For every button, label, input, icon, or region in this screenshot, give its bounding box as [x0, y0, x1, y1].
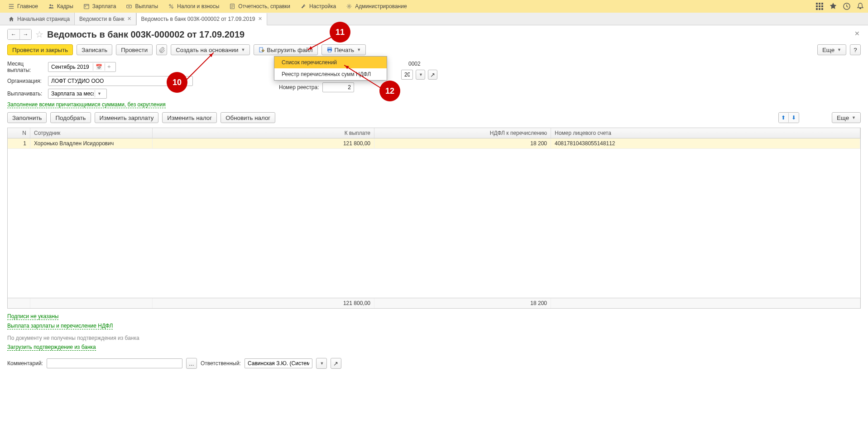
move-down-button[interactable]: ⬇	[789, 113, 799, 123]
svg-rect-12	[821, 3, 823, 5]
registry-input[interactable]	[326, 84, 351, 91]
help-button[interactable]: ?	[850, 44, 861, 55]
cell-account: 40817810438055148112	[551, 138, 860, 148]
annotation-12: 12	[379, 81, 400, 101]
responsible-input[interactable]	[248, 360, 309, 367]
svg-rect-13	[816, 5, 818, 7]
pick-button[interactable]: Подобрать	[50, 112, 91, 123]
percent-icon	[168, 3, 174, 10]
menu-label: Главное	[17, 3, 38, 10]
table-more-button[interactable]: Еще▼	[832, 112, 861, 123]
print-menu-registry[interactable]: Реестр перечисленных сумм НДФЛ	[274, 68, 387, 80]
cell-payout: 121 800,00	[153, 138, 374, 148]
comment-input[interactable]	[50, 360, 179, 367]
menu-label: Выплаты	[135, 3, 158, 10]
svg-rect-18	[821, 8, 823, 10]
dropdown-button[interactable]: ▼	[416, 70, 425, 80]
bell-icon[interactable]	[856, 2, 864, 10]
home-tab[interactable]: Начальная страница	[4, 13, 74, 25]
print-button[interactable]: Печать▼	[321, 44, 366, 55]
post-close-button[interactable]: Провести и закрыть	[7, 44, 73, 55]
menu-kadry[interactable]: Кадры	[43, 1, 78, 11]
menu-label: Зарплата	[92, 3, 116, 10]
more-button[interactable]: Еще▼	[817, 44, 846, 55]
project-num-field[interactable]	[401, 70, 413, 80]
th-ndfl[interactable]: НДФЛ к перечислению	[374, 128, 551, 138]
responsible-open[interactable]: ↗	[331, 358, 341, 369]
svg-rect-20	[259, 48, 263, 52]
refresh-tax-button[interactable]: Обновить налог	[221, 112, 275, 123]
close-icon[interactable]: ✕	[127, 16, 131, 22]
page-title: Ведомость в банк 003К-000002 от 17.09.20…	[47, 29, 245, 40]
responsible-dropdown[interactable]: ▼	[316, 358, 327, 369]
cell-n: 1	[8, 138, 30, 148]
payout-ndfl-link[interactable]: Выплата зарплаты и перечисление НДФЛ	[7, 323, 113, 329]
close-icon[interactable]: ✕	[258, 16, 262, 22]
close-doc-button[interactable]: ✕	[854, 30, 860, 37]
tab-label: Ведомости в банк	[79, 16, 124, 22]
registry-field[interactable]	[322, 82, 354, 92]
menu-otchetnost[interactable]: Отчетность, справки	[225, 1, 295, 11]
menu-label: Настройка	[309, 3, 336, 10]
gear-icon	[346, 3, 352, 10]
month-input[interactable]	[51, 64, 93, 70]
responsible-field[interactable]	[245, 358, 312, 368]
comment-picker[interactable]: ...	[186, 358, 197, 369]
print-menu-list[interactable]: Список перечислений	[274, 57, 387, 68]
svg-point-7	[172, 7, 173, 8]
fill-link[interactable]: Заполнение всеми причитающимися суммами,…	[7, 101, 166, 108]
menu-admin[interactable]: Администрирование	[341, 1, 411, 11]
svg-point-0	[49, 4, 51, 6]
comment-field[interactable]	[47, 358, 182, 368]
menu-label: Кадры	[57, 3, 73, 10]
dropdown-icon[interactable]: ▼	[95, 90, 104, 97]
responsible-label: Ответственный:	[201, 360, 241, 367]
document-form: ✕ ← → ☆ Ведомость в банк 003К-000002 от …	[0, 25, 868, 372]
export-icon	[259, 47, 265, 53]
open-button[interactable]: ↗	[428, 70, 437, 80]
post-button[interactable]: Провести	[116, 44, 153, 55]
menu-nastroyka[interactable]: Настройка	[296, 1, 340, 11]
annotation-11: 11	[330, 22, 350, 43]
table-row[interactable]: 1 Хоронько Владлен Исидорович 121 800,00…	[8, 138, 860, 149]
menu-vyplaty[interactable]: Выплаты	[121, 1, 163, 11]
cell-ndfl: 18 200	[374, 138, 551, 148]
svg-rect-3	[85, 6, 86, 7]
load-confirm-link[interactable]: Загрузить подтверждение из банка	[7, 344, 96, 351]
tab-vedomosti[interactable]: Ведомости в банк ✕	[74, 13, 136, 25]
home-tab-label: Начальная страница	[17, 16, 70, 22]
menu-main[interactable]: Главное	[4, 1, 43, 11]
back-button[interactable]: ←	[8, 29, 19, 39]
th-employee[interactable]: Сотрудник	[30, 128, 153, 138]
save-button[interactable]: Записать	[77, 44, 112, 55]
th-n[interactable]: N	[8, 128, 30, 138]
th-payout[interactable]: К выплате	[153, 128, 374, 138]
attach-button[interactable]	[156, 44, 167, 55]
favorite-star-icon[interactable]: ☆	[35, 29, 43, 40]
signatures-link[interactable]: Подписи не указаны	[7, 313, 58, 320]
menu-zarplata[interactable]: Зарплата	[79, 1, 121, 11]
employee-table: N Сотрудник К выплате НДФЛ к перечислени…	[7, 128, 861, 309]
spinner-icon[interactable]: ÷	[105, 63, 113, 71]
project-num-input[interactable]	[404, 71, 410, 78]
history-icon[interactable]	[843, 2, 851, 10]
payout-input[interactable]	[51, 91, 94, 97]
month-field[interactable]: 📅 ÷	[48, 62, 116, 72]
svg-point-6	[169, 5, 171, 6]
calendar-icon[interactable]: 📅	[93, 63, 105, 71]
move-up-button[interactable]: ⬆	[779, 113, 789, 123]
star-icon[interactable]	[829, 2, 837, 10]
menu-label: Налоги и взносы	[177, 3, 219, 10]
change-salary-button[interactable]: Изменить зарплату	[95, 112, 159, 123]
forward-button[interactable]: →	[19, 29, 31, 39]
apps-icon[interactable]	[815, 2, 824, 10]
svg-rect-21	[328, 48, 331, 49]
menu-nalogi[interactable]: Налоги и взносы	[163, 1, 224, 11]
tab-vedomost-doc[interactable]: Ведомость в банк 003К-000002 от 17.09.20…	[136, 13, 267, 25]
change-tax-button[interactable]: Изменить налог	[162, 112, 217, 123]
fill-button[interactable]: Заполнить	[7, 112, 47, 123]
svg-rect-17	[819, 8, 820, 10]
payout-field[interactable]: ▼	[48, 89, 107, 99]
th-account[interactable]: Номер лицевого счета	[551, 128, 860, 138]
tabs-bar: Начальная страница Ведомости в банк ✕ Ве…	[0, 13, 868, 25]
